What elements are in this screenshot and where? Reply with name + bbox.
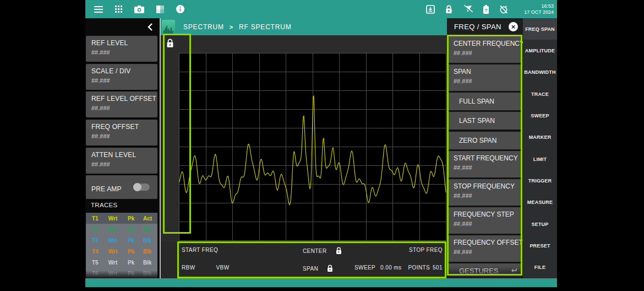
svg-text:?: ? bbox=[484, 7, 488, 13]
full-span-label: FULL SPAN bbox=[459, 98, 494, 105]
clock-date: 17 OCT 2024 bbox=[524, 9, 554, 15]
menu-item-sweep[interactable]: SWEEP bbox=[523, 105, 557, 126]
atten-level-button[interactable]: ATTEN LEVEL ##.### bbox=[86, 148, 157, 174]
ref-level-offset-label: REF LEVEL OFFSET bbox=[91, 95, 157, 103]
axis-lock-icon[interactable] bbox=[166, 39, 174, 48]
ref-level-offset-button[interactable]: REF LEVEL OFFSET ##.### bbox=[86, 91, 157, 117]
trace-row-t2[interactable]: T2 Wrt Pk Blk bbox=[86, 224, 157, 235]
trace-mode: Wrt bbox=[108, 238, 128, 244]
scale-div-value: ##.### bbox=[91, 77, 157, 84]
alarm-off-icon bbox=[499, 5, 508, 14]
menu-item-limit[interactable]: LIMIT bbox=[523, 148, 557, 170]
stop-frequency-value: ##.### bbox=[454, 192, 521, 199]
menu-item-preset[interactable]: PRESET bbox=[523, 235, 557, 256]
frequency-step-button[interactable]: FREQUENCY STEP ##.### bbox=[448, 207, 521, 234]
topbar-left-icons bbox=[85, 5, 184, 13]
full-span-button[interactable]: FULL SPAN bbox=[448, 93, 521, 110]
left-sidebar: REF LEVEL ##.### SCALE / DIV ##.### REF … bbox=[85, 18, 160, 278]
chart-area bbox=[161, 35, 447, 242]
menu-icon[interactable] bbox=[94, 6, 103, 13]
close-icon[interactable]: × bbox=[509, 22, 518, 31]
spectrum-app-icon[interactable] bbox=[162, 20, 175, 34]
freq-span-header: FREQ / SPAN × bbox=[447, 18, 523, 35]
center-frequency-button[interactable]: CENTER FREQUENCY ##.### bbox=[448, 36, 521, 63]
rbw-label: RBW bbox=[182, 265, 195, 271]
trace-row-t4[interactable]: T4 Wrt Pk Blk bbox=[86, 246, 157, 257]
atten-level-value: ##.### bbox=[91, 161, 157, 168]
span-lock-icon[interactable] bbox=[327, 265, 333, 272]
trace-state: Act bbox=[143, 215, 157, 222]
gestures-button[interactable]: GESTURES bbox=[448, 263, 521, 278]
menu-item-freq-span[interactable]: FREQ SPAN bbox=[523, 18, 557, 40]
topbar-right-icons: ? 16:53 17 OCT 2024 bbox=[426, 3, 557, 15]
start-frequency-value: ##.### bbox=[454, 164, 521, 171]
bottom-readout-bar: START FREQ CENTER STOP FREQ RBW VBW SPAN bbox=[161, 242, 447, 278]
menu-item-file[interactable]: FILE bbox=[523, 257, 557, 278]
trace-id: T1 bbox=[86, 215, 108, 222]
center-frequency-value: ##.### bbox=[454, 50, 521, 56]
trace-row-t5[interactable]: T5 Wrt Pk Blk bbox=[86, 257, 157, 268]
breadcrumb: SPECTRUM > RF SPECTRUM bbox=[183, 23, 291, 31]
ref-level-value: ##.### bbox=[91, 49, 157, 56]
ref-level-label: REF LEVEL bbox=[91, 39, 157, 47]
breadcrumb-page[interactable]: RF SPECTRUM bbox=[239, 23, 291, 31]
span-button[interactable]: SPAN ##.### bbox=[448, 64, 521, 91]
clock-time: 16:53 bbox=[524, 3, 554, 9]
trace-state: Blk bbox=[143, 260, 157, 266]
menu-item-setup[interactable]: SETUP bbox=[523, 213, 557, 235]
return-arrow-icon bbox=[510, 268, 517, 273]
gestures-label: GESTURES bbox=[459, 267, 499, 275]
trace-row-t1[interactable]: T1 Wrt Pk Act bbox=[86, 213, 157, 224]
frequency-offset-label: FREQUENCY OFFSET bbox=[454, 239, 521, 246]
span-label: SPAN bbox=[303, 266, 318, 272]
menu-item-marker[interactable]: MARKER bbox=[523, 127, 557, 148]
pre-amp-toggle[interactable] bbox=[133, 184, 150, 191]
panel-title: FREQ / SPAN bbox=[454, 23, 501, 31]
camera-icon[interactable] bbox=[134, 6, 144, 13]
info-icon[interactable] bbox=[176, 5, 184, 13]
apps-grid-icon[interactable] bbox=[115, 6, 122, 13]
zero-span-button[interactable]: ZERO SPAN bbox=[448, 132, 521, 149]
trace-detector: Pk bbox=[128, 215, 143, 222]
trace-detector: Pk bbox=[128, 260, 143, 266]
menu-item-amplitude[interactable]: AMPLITUDE bbox=[523, 40, 557, 61]
trace-state: Blk bbox=[143, 227, 157, 233]
scale-div-button[interactable]: SCALE / DIV ##.### bbox=[86, 64, 157, 90]
menu-item-trigger[interactable]: TRIGGER bbox=[523, 170, 557, 191]
menu-item-bandwidth[interactable]: BANDWIDTH bbox=[523, 62, 557, 83]
trace-state: Blk bbox=[143, 271, 157, 277]
collapse-sidebar-button[interactable] bbox=[144, 21, 155, 33]
trace-id: T4 bbox=[86, 249, 108, 255]
trace-state: Blk bbox=[143, 238, 157, 244]
display-layout-icon[interactable] bbox=[156, 6, 164, 13]
network-off-icon bbox=[463, 5, 473, 13]
ref-level-offset-value: ##.### bbox=[91, 105, 157, 111]
toggle-knob bbox=[133, 183, 141, 191]
start-freq-label: START FREQ bbox=[182, 247, 218, 253]
center-lock-icon[interactable] bbox=[336, 247, 342, 255]
save-export-icon[interactable] bbox=[426, 5, 435, 14]
freq-offset-button[interactable]: FREQ OFFSET ##.### bbox=[86, 120, 157, 146]
breadcrumb-app[interactable]: SPECTRUM bbox=[183, 23, 224, 31]
trace-mode: Wrt bbox=[108, 215, 128, 222]
frequency-offset-button[interactable]: FREQUENCY OFFSET ##.### bbox=[448, 235, 521, 262]
main-menu-strip: FREQ SPAN AMPLITUDE BANDWIDTH TRACE SWEE… bbox=[523, 18, 557, 278]
menu-item-trace[interactable]: TRACE bbox=[523, 83, 557, 105]
vbw-label: VBW bbox=[216, 265, 230, 271]
spectrum-canvas[interactable] bbox=[179, 53, 446, 241]
lock-icon[interactable] bbox=[445, 5, 452, 14]
menu-item-measure[interactable]: MEASURE bbox=[523, 192, 557, 213]
trace-row-t6[interactable]: T6 Wrt Pk Blk bbox=[86, 268, 157, 278]
pre-amp-label: PRE AMP bbox=[91, 185, 122, 193]
screen: ? 16:53 17 OCT 2024 REF LEVEL ##.### bbox=[0, 0, 644, 291]
trace-detector: Pk bbox=[128, 227, 143, 233]
ref-level-button[interactable]: REF LEVEL ##.### bbox=[86, 36, 157, 62]
trace-row-t3[interactable]: T3 Wrt Pk Blk bbox=[86, 235, 157, 246]
start-frequency-button[interactable]: START FREQUENCY ##.### bbox=[448, 151, 521, 177]
stop-frequency-button[interactable]: STOP FREQUENCY ##.### bbox=[448, 179, 521, 206]
center-freq-label: CENTER bbox=[303, 248, 327, 254]
last-span-button[interactable]: LAST SPAN bbox=[448, 112, 521, 130]
trace-detector: Pk bbox=[128, 249, 143, 255]
traces-table: T1 Wrt Pk Act T2 Wrt Pk Blk T3 Wrt Pk Bl… bbox=[86, 213, 157, 278]
breadcrumb-bar: SPECTRUM > RF SPECTRUM bbox=[161, 18, 447, 35]
